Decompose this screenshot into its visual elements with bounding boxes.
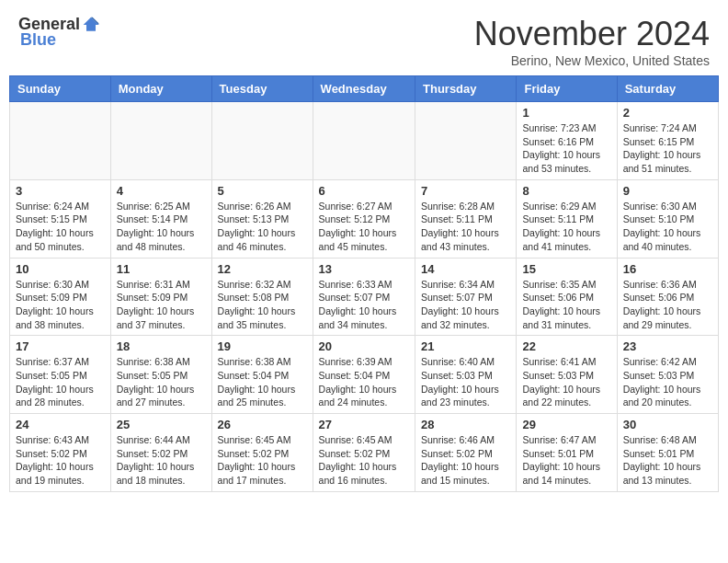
day-info: Sunrise: 6:39 AM Sunset: 5:04 PM Dayligh… — [319, 355, 409, 409]
day-info: Sunrise: 6:48 AM Sunset: 5:01 PM Dayligh… — [623, 433, 712, 488]
calendar-table: SundayMondayTuesdayWednesdayThursdayFrid… — [9, 75, 719, 492]
day-info: Sunrise: 6:32 AM Sunset: 5:08 PM Dayligh… — [218, 278, 307, 332]
day-info: Sunrise: 6:46 AM Sunset: 5:02 PM Dayligh… — [421, 433, 510, 488]
calendar-cell — [110, 102, 211, 180]
day-number: 25 — [117, 418, 206, 431]
calendar-cell: 3Sunrise: 6:24 AM Sunset: 5:15 PM Daylig… — [10, 179, 111, 258]
calendar-day-header: Saturday — [617, 76, 718, 102]
day-info: Sunrise: 6:25 AM Sunset: 5:14 PM Dayligh… — [117, 200, 206, 254]
svg-marker-0 — [84, 17, 99, 30]
calendar-cell — [313, 102, 415, 180]
day-number: 16 — [623, 262, 712, 276]
calendar-cell: 4Sunrise: 6:25 AM Sunset: 5:14 PM Daylig… — [110, 179, 211, 258]
month-title: November 2024 — [474, 15, 710, 53]
calendar-cell: 15Sunrise: 6:35 AM Sunset: 5:06 PM Dayli… — [517, 258, 617, 336]
day-number: 8 — [522, 184, 610, 198]
calendar-week-row: 1Sunrise: 7:23 AM Sunset: 6:16 PM Daylig… — [10, 102, 719, 180]
day-number: 3 — [16, 184, 105, 198]
day-number: 28 — [421, 418, 510, 431]
day-number: 13 — [319, 262, 409, 276]
day-number: 29 — [522, 418, 610, 431]
day-number: 14 — [421, 262, 510, 276]
logo: General Blue — [18, 15, 100, 50]
calendar-cell: 22Sunrise: 6:41 AM Sunset: 5:03 PM Dayli… — [517, 336, 617, 414]
calendar-day-header: Tuesday — [211, 76, 313, 102]
calendar-cell: 17Sunrise: 6:37 AM Sunset: 5:05 PM Dayli… — [10, 336, 111, 414]
day-info: Sunrise: 6:36 AM Sunset: 5:06 PM Dayligh… — [623, 278, 712, 332]
calendar-cell: 11Sunrise: 6:31 AM Sunset: 5:09 PM Dayli… — [110, 258, 211, 336]
day-info: Sunrise: 6:41 AM Sunset: 5:03 PM Dayligh… — [522, 355, 610, 409]
calendar-cell — [211, 102, 313, 180]
day-info: Sunrise: 6:43 AM Sunset: 5:02 PM Dayligh… — [16, 433, 105, 488]
calendar-cell: 13Sunrise: 6:33 AM Sunset: 5:07 PM Dayli… — [313, 258, 415, 336]
day-info: Sunrise: 7:24 AM Sunset: 6:15 PM Dayligh… — [623, 121, 712, 176]
day-number: 12 — [218, 262, 307, 276]
calendar-cell: 21Sunrise: 6:40 AM Sunset: 5:03 PM Dayli… — [415, 336, 517, 414]
day-info: Sunrise: 6:44 AM Sunset: 5:02 PM Dayligh… — [117, 433, 206, 488]
day-info: Sunrise: 6:31 AM Sunset: 5:09 PM Dayligh… — [117, 278, 206, 332]
calendar-cell: 29Sunrise: 6:47 AM Sunset: 5:01 PM Dayli… — [517, 414, 617, 492]
day-number: 27 — [319, 418, 409, 431]
title-block: November 2024 Berino, New Mexico, United… — [474, 15, 710, 68]
calendar-cell: 12Sunrise: 6:32 AM Sunset: 5:08 PM Dayli… — [211, 258, 313, 336]
day-info: Sunrise: 6:30 AM Sunset: 5:10 PM Dayligh… — [623, 200, 712, 254]
calendar-cell: 14Sunrise: 6:34 AM Sunset: 5:07 PM Dayli… — [415, 258, 517, 336]
calendar-cell: 27Sunrise: 6:45 AM Sunset: 5:02 PM Dayli… — [313, 414, 415, 492]
day-number: 1 — [522, 106, 610, 120]
calendar-header-row: SundayMondayTuesdayWednesdayThursdayFrid… — [10, 76, 719, 102]
day-info: Sunrise: 6:47 AM Sunset: 5:01 PM Dayligh… — [522, 433, 610, 488]
day-number: 18 — [117, 339, 206, 353]
page-header: General Blue November 2024 Berino, New M… — [0, 0, 728, 75]
day-number: 9 — [623, 184, 712, 198]
day-number: 23 — [623, 339, 712, 353]
calendar-cell: 26Sunrise: 6:45 AM Sunset: 5:02 PM Dayli… — [211, 414, 313, 492]
calendar-cell: 10Sunrise: 6:30 AM Sunset: 5:09 PM Dayli… — [10, 258, 111, 336]
location: Berino, New Mexico, United States — [474, 53, 710, 68]
calendar-cell: 30Sunrise: 6:48 AM Sunset: 5:01 PM Dayli… — [617, 414, 718, 492]
calendar-cell: 9Sunrise: 6:30 AM Sunset: 5:10 PM Daylig… — [617, 179, 718, 258]
day-number: 11 — [117, 262, 206, 276]
day-number: 5 — [218, 184, 307, 198]
day-number: 24 — [16, 418, 105, 431]
day-number: 30 — [623, 418, 712, 431]
day-info: Sunrise: 6:38 AM Sunset: 5:04 PM Dayligh… — [218, 355, 307, 409]
day-info: Sunrise: 6:40 AM Sunset: 5:03 PM Dayligh… — [421, 355, 510, 409]
calendar-cell: 20Sunrise: 6:39 AM Sunset: 5:04 PM Dayli… — [313, 336, 415, 414]
day-info: Sunrise: 6:24 AM Sunset: 5:15 PM Dayligh… — [16, 200, 105, 254]
calendar-cell: 1Sunrise: 7:23 AM Sunset: 6:16 PM Daylig… — [517, 102, 617, 180]
day-info: Sunrise: 6:30 AM Sunset: 5:09 PM Dayligh… — [16, 278, 105, 332]
day-info: Sunrise: 6:33 AM Sunset: 5:07 PM Dayligh… — [319, 278, 409, 332]
logo-blue: Blue — [20, 30, 56, 50]
calendar-week-row: 24Sunrise: 6:43 AM Sunset: 5:02 PM Dayli… — [10, 414, 719, 492]
day-number: 17 — [16, 339, 105, 353]
day-number: 4 — [117, 184, 206, 198]
calendar-week-row: 3Sunrise: 6:24 AM Sunset: 5:15 PM Daylig… — [10, 179, 719, 258]
calendar-wrapper: SundayMondayTuesdayWednesdayThursdayFrid… — [0, 75, 728, 509]
calendar-cell: 7Sunrise: 6:28 AM Sunset: 5:11 PM Daylig… — [415, 179, 517, 258]
day-number: 26 — [218, 418, 307, 431]
calendar-day-header: Wednesday — [313, 76, 415, 102]
calendar-day-header: Sunday — [10, 76, 111, 102]
day-info: Sunrise: 6:45 AM Sunset: 5:02 PM Dayligh… — [218, 433, 307, 488]
day-number: 19 — [218, 339, 307, 353]
calendar-week-row: 17Sunrise: 6:37 AM Sunset: 5:05 PM Dayli… — [10, 336, 719, 414]
day-info: Sunrise: 6:42 AM Sunset: 5:03 PM Dayligh… — [623, 355, 712, 409]
day-number: 10 — [16, 262, 105, 276]
calendar-day-header: Thursday — [415, 76, 517, 102]
calendar-cell: 25Sunrise: 6:44 AM Sunset: 5:02 PM Dayli… — [110, 414, 211, 492]
day-info: Sunrise: 6:37 AM Sunset: 5:05 PM Dayligh… — [16, 355, 105, 409]
calendar-cell: 6Sunrise: 6:27 AM Sunset: 5:12 PM Daylig… — [313, 179, 415, 258]
day-info: Sunrise: 6:27 AM Sunset: 5:12 PM Dayligh… — [319, 200, 409, 254]
day-info: Sunrise: 6:26 AM Sunset: 5:13 PM Dayligh… — [218, 200, 307, 254]
day-number: 20 — [319, 339, 409, 353]
calendar-day-header: Friday — [517, 76, 617, 102]
calendar-cell — [415, 102, 517, 180]
day-number: 7 — [421, 184, 510, 198]
calendar-cell: 19Sunrise: 6:38 AM Sunset: 5:04 PM Dayli… — [211, 336, 313, 414]
day-number: 15 — [522, 262, 610, 276]
day-info: Sunrise: 6:38 AM Sunset: 5:05 PM Dayligh… — [117, 355, 206, 409]
day-number: 6 — [319, 184, 409, 198]
calendar-cell: 8Sunrise: 6:29 AM Sunset: 5:11 PM Daylig… — [517, 179, 617, 258]
day-info: Sunrise: 6:28 AM Sunset: 5:11 PM Dayligh… — [421, 200, 510, 254]
day-info: Sunrise: 7:23 AM Sunset: 6:16 PM Dayligh… — [522, 121, 610, 176]
